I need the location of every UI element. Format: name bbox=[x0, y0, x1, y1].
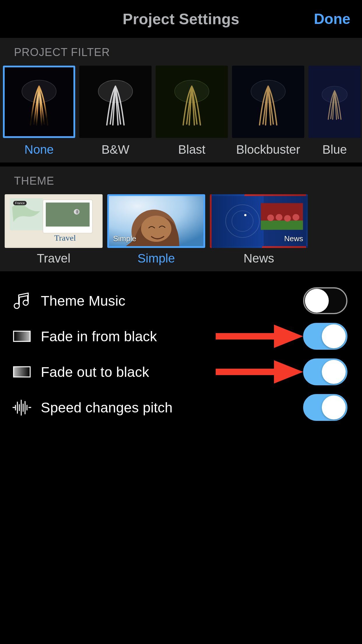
theme-news-thumb: News bbox=[210, 194, 308, 248]
svg-point-15 bbox=[141, 216, 171, 242]
filter-blast[interactable]: Blast bbox=[156, 66, 228, 157]
filter-blast-thumb bbox=[156, 66, 228, 138]
jellyfish-icon bbox=[17, 78, 61, 129]
settings-list: Theme Music Fade in from black Fade out … bbox=[0, 271, 362, 425]
filter-none[interactable]: None bbox=[3, 66, 75, 157]
done-button[interactable]: Done bbox=[314, 10, 350, 27]
theme-news-corner-text: News bbox=[284, 234, 303, 243]
svg-point-25 bbox=[284, 215, 291, 221]
svg-marker-29 bbox=[274, 325, 303, 348]
jellyfish-icon bbox=[246, 78, 290, 129]
filter-blockbuster[interactable]: Blockbuster bbox=[232, 66, 304, 157]
svg-text:France: France bbox=[15, 202, 25, 205]
fade-in-label: Fade in from black bbox=[41, 328, 157, 344]
theme-travel-thumb: France Travel bbox=[5, 194, 103, 248]
project-filter-section: PROJECT FILTER None bbox=[0, 38, 362, 162]
fade-in-toggle[interactable] bbox=[303, 323, 347, 350]
theme-section: THEME Neon France Tr bbox=[0, 167, 362, 271]
jellyfish-icon bbox=[93, 78, 138, 129]
navbar: Project Settings Done bbox=[0, 0, 362, 38]
theme-travel-label: Travel bbox=[5, 251, 103, 265]
waveform-icon bbox=[12, 397, 32, 418]
filter-blue-label: Blue bbox=[308, 143, 361, 157]
fade-out-label: Fade out to black bbox=[41, 364, 149, 380]
fade-in-icon bbox=[12, 326, 32, 346]
filter-bw-thumb bbox=[79, 66, 152, 138]
theme-simple-thumb: Simple bbox=[107, 194, 205, 248]
svg-point-23 bbox=[267, 215, 274, 221]
theme-header-label: THEME bbox=[0, 167, 362, 194]
filter-blue[interactable]: Blue bbox=[308, 66, 361, 157]
svg-rect-10 bbox=[46, 202, 89, 226]
filter-strip[interactable]: None B&W bbox=[0, 66, 362, 162]
music-note-icon bbox=[12, 290, 32, 311]
theme-simple-corner-text: Simple bbox=[113, 234, 136, 243]
svg-point-19 bbox=[244, 214, 247, 216]
annotation-arrow-icon bbox=[216, 357, 303, 386]
theme-news[interactable]: News News bbox=[210, 194, 308, 265]
filter-none-thumb bbox=[3, 66, 75, 138]
theme-music-toggle[interactable] bbox=[303, 287, 347, 314]
filter-bw[interactable]: B&W bbox=[79, 66, 152, 157]
theme-simple-label: Simple bbox=[107, 251, 205, 265]
filter-blockbuster-thumb bbox=[232, 66, 304, 138]
jellyfish-icon bbox=[319, 78, 350, 129]
theme-strip[interactable]: Neon France Travel Tr bbox=[0, 194, 362, 271]
filter-blockbuster-label: Blockbuster bbox=[232, 143, 304, 157]
fade-out-toggle[interactable] bbox=[303, 358, 347, 385]
theme-travel[interactable]: France Travel Travel bbox=[5, 194, 103, 265]
theme-simple[interactable]: Simple Simple bbox=[107, 194, 205, 265]
row-fade-out: Fade out to black bbox=[12, 354, 350, 390]
svg-point-24 bbox=[276, 214, 282, 220]
svg-rect-27 bbox=[14, 331, 30, 342]
filter-bw-label: B&W bbox=[79, 143, 152, 157]
project-filter-header-label: PROJECT FILTER bbox=[0, 38, 362, 66]
filter-none-label: None bbox=[3, 143, 75, 157]
annotation-arrow-icon bbox=[216, 322, 303, 351]
row-speed-pitch: Speed changes pitch bbox=[12, 390, 350, 425]
speed-pitch-toggle[interactable] bbox=[303, 394, 347, 421]
svg-marker-32 bbox=[274, 360, 303, 384]
svg-rect-22 bbox=[261, 220, 303, 230]
svg-point-26 bbox=[293, 214, 299, 220]
svg-text:Travel: Travel bbox=[54, 234, 76, 243]
fade-out-icon bbox=[12, 362, 32, 382]
jellyfish-icon bbox=[169, 78, 214, 129]
row-fade-in: Fade in from black bbox=[12, 318, 350, 354]
page-title: Project Settings bbox=[123, 10, 240, 28]
filter-blue-thumb bbox=[308, 66, 361, 138]
svg-rect-30 bbox=[14, 367, 30, 377]
row-theme-music: Theme Music bbox=[12, 283, 350, 318]
theme-news-label: News bbox=[210, 251, 308, 265]
theme-music-label: Theme Music bbox=[41, 293, 125, 309]
speed-pitch-label: Speed changes pitch bbox=[41, 400, 173, 416]
filter-blast-label: Blast bbox=[156, 143, 228, 157]
